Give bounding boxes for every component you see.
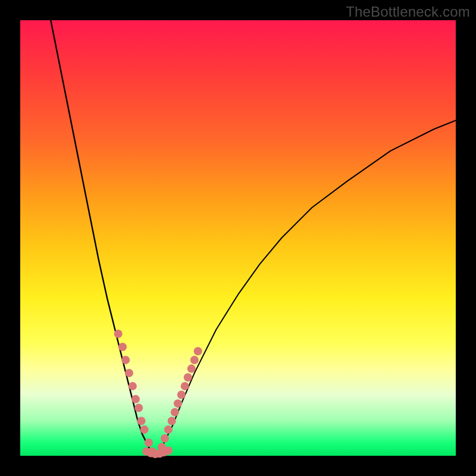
svg-point-18 [181,382,189,390]
chart-frame: TheBottleneck.com [0,0,476,476]
svg-point-6 [134,403,143,412]
svg-point-28 [164,446,173,455]
svg-point-7 [137,416,146,425]
svg-point-13 [164,425,173,434]
svg-point-5 [131,395,140,403]
dots-bottom [142,446,173,458]
svg-point-9 [145,439,153,447]
watermark-text: TheBottleneck.com [346,4,470,20]
svg-point-16 [174,399,182,408]
svg-point-19 [184,373,192,381]
svg-point-15 [171,408,179,416]
curve-left [51,20,155,456]
svg-point-20 [187,365,196,373]
dots-right [158,347,202,451]
svg-point-2 [121,356,130,364]
svg-point-1 [118,343,127,351]
chart-svg [20,20,456,456]
svg-point-0 [114,330,123,338]
svg-point-8 [140,425,149,434]
svg-point-22 [194,347,202,355]
svg-point-21 [190,356,199,364]
svg-point-14 [168,416,176,425]
svg-point-4 [129,382,137,390]
dots-left [114,330,156,456]
svg-point-17 [177,391,186,399]
plot-area [20,20,456,456]
curve-right [155,120,456,456]
svg-point-3 [125,369,133,377]
svg-point-12 [161,434,169,443]
